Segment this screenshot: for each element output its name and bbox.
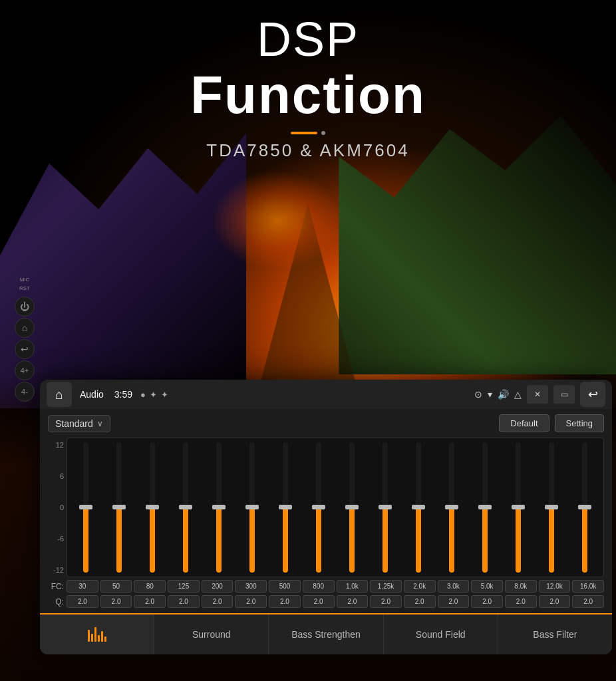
q-row: Q: 2.02.02.02.02.02.02.02.02.02.02.02.02…	[48, 595, 604, 608]
slider-handle-1.25k[interactable]	[379, 505, 392, 509]
orange-dash	[291, 132, 317, 134]
eq-slider-200[interactable]	[203, 442, 234, 573]
slider-handle-500[interactable]	[279, 505, 292, 509]
q-label: Q:	[48, 597, 67, 607]
eq-bar-2	[91, 634, 93, 642]
status-icons: ● ✦ ✦	[140, 390, 168, 400]
eq-icon	[88, 627, 106, 642]
status-bar: ⌂ Audio 3:59 ● ✦ ✦ ⊙ ▾ 🔊 △ ✕ ▭ ↩	[40, 380, 612, 409]
fc-cell-2.0k: 2.0k	[404, 580, 436, 593]
eq-slider-3.0k[interactable]	[436, 442, 468, 573]
q-cell-50: 2.0	[100, 595, 132, 608]
q-cell-1.25k: 2.0	[370, 595, 402, 608]
tab-surround[interactable]: Surround	[154, 614, 269, 654]
source-label: Audio	[80, 389, 104, 400]
scale-neg12: -12	[48, 566, 64, 574]
fc-cell-50: 50	[100, 580, 132, 593]
vol-down-button[interactable]: 4-	[15, 382, 35, 402]
usb2-icon: ✦	[161, 390, 168, 400]
preset-dropdown[interactable]: Standard ∨	[48, 415, 110, 432]
volume-icon: 🔊	[498, 389, 509, 400]
tab-bass-strengthen[interactable]: Bass Strengthen	[269, 614, 383, 654]
slider-handle-12.0k[interactable]	[545, 505, 558, 509]
eq-slider-125[interactable]	[170, 442, 201, 573]
eq-slider-16.0k[interactable]	[569, 442, 601, 573]
power-button[interactable]: ⏻	[15, 297, 35, 317]
eq-slider-80[interactable]	[136, 442, 168, 573]
eq-slider-500[interactable]	[269, 442, 301, 573]
eq-slider-800[interactable]	[303, 442, 334, 573]
slider-handle-30[interactable]	[79, 505, 92, 509]
q-cell-2.0k: 2.0	[404, 595, 436, 608]
slider-handle-1.0k[interactable]	[345, 505, 359, 509]
top-controls: Standard ∨ Default Setting	[48, 414, 604, 432]
eq-slider-1.0k[interactable]	[337, 442, 368, 573]
fc-cell-200: 200	[202, 580, 233, 593]
title-decorator	[0, 131, 616, 135]
default-button[interactable]: Default	[499, 414, 549, 432]
slider-handle-125[interactable]	[179, 505, 192, 509]
q-cell-30: 2.0	[67, 595, 98, 608]
clock: 3:59	[114, 389, 132, 400]
tab-eq[interactable]	[40, 614, 154, 654]
fc-label: FC:	[48, 582, 67, 591]
eq-slider-5.0k[interactable]	[470, 442, 501, 573]
eq-slider-12.0k[interactable]	[536, 442, 567, 573]
slider-handle-2.0k[interactable]	[412, 505, 425, 509]
q-cell-125: 2.0	[168, 595, 200, 608]
slider-handle-3.0k[interactable]	[445, 505, 458, 509]
fc-cell-30: 30	[67, 580, 98, 593]
fc-cell-5.0k: 5.0k	[471, 580, 503, 593]
q-cell-300: 2.0	[235, 595, 267, 608]
bottom-tabs: Surround Bass Strengthen Sound Field Bas…	[40, 613, 612, 654]
slider-handle-50[interactable]	[112, 505, 126, 509]
dropdown-arrow: ∨	[97, 419, 103, 428]
eq-bar-6	[104, 636, 106, 642]
slider-handle-80[interactable]	[146, 505, 159, 509]
slider-handle-300[interactable]	[245, 505, 259, 509]
slider-handle-5.0k[interactable]	[478, 505, 492, 509]
vol-up-button[interactable]: 4+	[15, 360, 35, 380]
scale-neg6: -6	[48, 535, 64, 543]
eq-slider-50[interactable]	[103, 442, 134, 573]
eq-slider-300[interactable]	[236, 442, 267, 573]
eq-sliders	[67, 438, 604, 577]
title-function: Function	[0, 66, 616, 124]
slider-handle-800[interactable]	[312, 505, 325, 509]
eq-slider-30[interactable]	[70, 442, 101, 573]
right-status-icons: ⊙ ▾ 🔊 △ ✕ ▭	[474, 385, 575, 404]
title-area: DSP Function TDA7850 & AKM7604	[0, 13, 616, 161]
home-side-button[interactable]: ⌂	[15, 318, 35, 338]
eject-icon: △	[514, 389, 522, 400]
back-button[interactable]: ↩	[580, 382, 605, 407]
preset-label: Standard	[55, 418, 93, 429]
eq-slider-8.0k[interactable]	[503, 442, 534, 573]
sunset-glow	[211, 170, 344, 270]
eq-scale: 12 6 0 -6 -12	[48, 438, 67, 577]
tab-sound-field[interactable]: Sound Field	[384, 614, 498, 654]
slider-handle-16.0k[interactable]	[578, 505, 591, 509]
scale-0: 0	[48, 503, 64, 511]
dot-small	[321, 131, 325, 135]
window-button[interactable]: ▭	[553, 385, 575, 404]
fc-cell-1.0k: 1.0k	[337, 580, 369, 593]
title-subtitle: TDA7850 & AKM7604	[0, 140, 616, 161]
tab-bass-filter[interactable]: Bass Filter	[498, 614, 612, 654]
slider-handle-8.0k[interactable]	[512, 505, 525, 509]
close-button[interactable]: ✕	[527, 385, 548, 404]
signal-icon: ▾	[488, 389, 492, 400]
slider-handle-200[interactable]	[212, 505, 226, 509]
usb-icon: ✦	[150, 390, 157, 400]
q-cell-8.0k: 2.0	[505, 595, 537, 608]
setting-button[interactable]: Setting	[555, 414, 604, 432]
eq-slider-1.25k[interactable]	[370, 442, 401, 573]
q-values: 2.02.02.02.02.02.02.02.02.02.02.02.02.02…	[67, 595, 604, 608]
fc-cell-125: 125	[168, 580, 200, 593]
scale-6: 6	[48, 472, 64, 480]
eq-bar-4	[98, 635, 100, 642]
back-side-button[interactable]: ↩	[15, 339, 35, 359]
q-cell-80: 2.0	[134, 595, 166, 608]
home-button[interactable]: ⌂	[47, 382, 72, 407]
eq-bar-3	[94, 627, 96, 642]
eq-slider-2.0k[interactable]	[403, 442, 434, 573]
